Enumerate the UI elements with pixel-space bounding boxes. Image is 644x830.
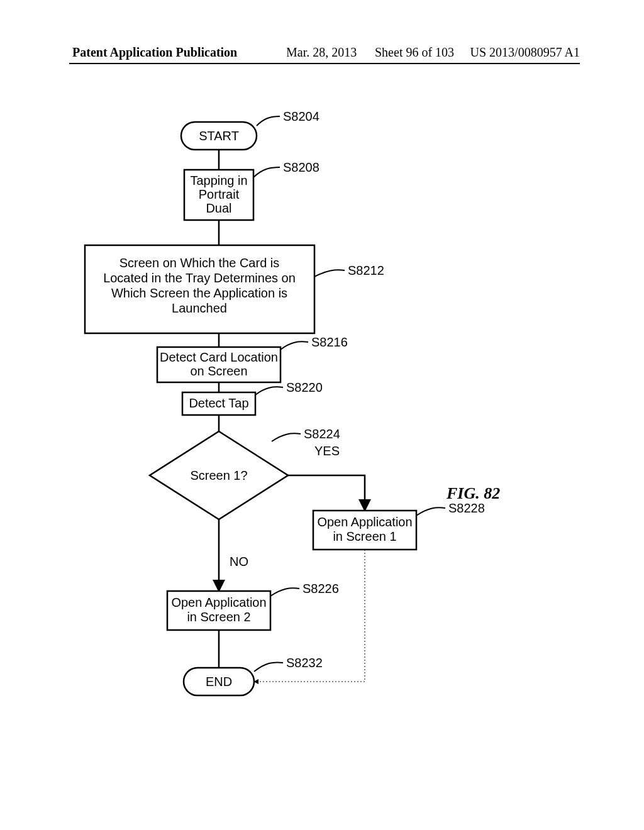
ref-s8226: S8226: [303, 582, 339, 595]
svg-text:Tapping in: Tapping in: [190, 174, 247, 187]
ref-s8224: S8224: [304, 427, 340, 441]
svg-text:Which Screen the Application i: Which Screen the Application is: [111, 286, 287, 300]
ref-s8232: S8232: [286, 656, 323, 670]
branch-yes: YES: [314, 444, 340, 458]
node-detect-tap: Detect Tap: [182, 392, 255, 415]
ref-s8220: S8220: [286, 380, 323, 394]
node-detect-location: Detect Card Location on Screen: [157, 347, 280, 382]
svg-text:Portrait: Portrait: [199, 187, 240, 201]
ref-s8204: S8204: [283, 109, 319, 123]
svg-text:in Screen 1: in Screen 1: [333, 529, 396, 543]
svg-text:Screen 1?: Screen 1?: [190, 468, 247, 482]
node-description: Screen on Which the Card is Located in t…: [85, 245, 314, 333]
page: Patent Application Publication Mar. 28, …: [0, 0, 644, 830]
svg-text:Screen on Which the Card is: Screen on Which the Card is: [119, 256, 280, 270]
ref-s8212: S8212: [348, 263, 384, 277]
svg-text:Located in the Tray Determines: Located in the Tray Determines on: [103, 271, 296, 285]
svg-text:Launched: Launched: [172, 301, 227, 315]
node-open-screen1: Open Application in Screen 1: [313, 511, 416, 550]
svg-text:START: START: [199, 129, 239, 143]
node-end: END: [184, 668, 254, 695]
ref-s8208: S8208: [283, 160, 319, 174]
node-open-screen2: Open Application in Screen 2: [167, 591, 270, 630]
ref-s8228: S8228: [448, 501, 485, 515]
flowchart-svg: START S8204 Tapping in Portrait Dual S82…: [0, 0, 644, 830]
svg-text:Detect Tap: Detect Tap: [189, 396, 248, 410]
svg-text:Dual: Dual: [206, 201, 231, 215]
svg-text:END: END: [206, 675, 232, 689]
svg-text:in Screen 2: in Screen 2: [187, 610, 250, 624]
node-decision: Screen 1?: [150, 431, 288, 519]
svg-text:Open Application: Open Application: [317, 515, 412, 529]
svg-text:Open Application: Open Application: [171, 595, 266, 609]
branch-no: NO: [230, 555, 248, 568]
svg-text:on Screen: on Screen: [190, 364, 247, 378]
node-tapping: Tapping in Portrait Dual: [184, 170, 253, 220]
node-start: START: [181, 122, 257, 150]
ref-s8216: S8216: [311, 335, 348, 349]
svg-text:Detect Card Location: Detect Card Location: [160, 350, 278, 364]
